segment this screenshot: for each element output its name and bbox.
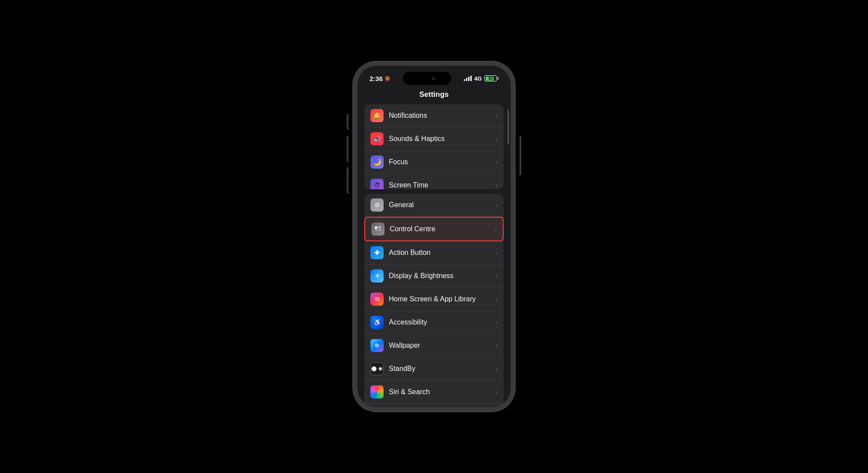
mute-button[interactable] — [347, 114, 349, 130]
controlcentre-icon — [371, 222, 384, 236]
settings-item-general[interactable]: ⚙ General › — [364, 194, 504, 217]
wallpaper-icon: ❄ — [370, 339, 384, 352]
screentime-chevron: › — [495, 182, 498, 189]
focus-label: Focus — [389, 158, 495, 166]
notifications-label: Notifications — [389, 112, 495, 120]
dynamic-island-dot — [432, 77, 435, 80]
battery-body: 82 — [484, 75, 497, 81]
controlcentre-chevron: › — [494, 226, 497, 233]
settings-item-accessibility[interactable]: ♿ Accessibility › — [364, 311, 504, 334]
settings-group-1: 🔔 Notifications › 🔊 Sounds & Haptics › — [364, 104, 504, 189]
sounds-chevron: › — [495, 135, 498, 142]
actionbutton-label: Action Button — [389, 249, 495, 257]
standby-label: StandBy — [389, 365, 495, 373]
controlcentre-label: Control Centre — [390, 225, 494, 233]
sounds-icon: 🔊 — [370, 132, 384, 145]
display-label: Display & Brightness — [389, 272, 495, 280]
siri-icon — [370, 385, 384, 399]
phone-screen: 2:36 🔕 4G — [357, 66, 511, 407]
general-label: General — [389, 201, 495, 209]
time-display: 2:36 — [370, 75, 383, 82]
network-type: 4G — [474, 75, 482, 82]
svg-rect-2 — [378, 229, 381, 229]
settings-item-wallpaper[interactable]: ❄ Wallpaper › — [364, 334, 504, 357]
power-button[interactable] — [519, 136, 521, 175]
page-title: Settings — [419, 90, 448, 99]
control-centre-wrapper: Control Centre › — [364, 217, 504, 241]
notifications-chevron: › — [495, 112, 498, 119]
signal-bars — [464, 76, 472, 81]
settings-item-homescreen[interactable]: ⊞ Home Screen & App Library › — [364, 288, 504, 311]
phone-wrapper: 2:36 🔕 4G — [353, 61, 515, 412]
accessibility-label: Accessibility — [389, 318, 495, 326]
svg-rect-3 — [375, 230, 381, 231]
screentime-icon: ⏱ — [370, 179, 384, 189]
settings-group-2: ⚙ General › — [364, 194, 504, 407]
homescreen-label: Home Screen & App Library — [389, 295, 495, 303]
actionbutton-chevron: › — [495, 249, 498, 256]
dynamic-island — [403, 72, 451, 85]
phone-frame: 2:36 🔕 4G — [353, 61, 515, 412]
display-icon: ☀ — [370, 269, 384, 282]
wallpaper-chevron: › — [495, 342, 498, 349]
settings-item-actionbutton[interactable]: ✚ Action Button › — [364, 241, 504, 265]
status-right: 4G 82 — [464, 75, 498, 82]
focus-icon: 🌙 — [370, 155, 384, 169]
volume-up-button[interactable] — [347, 136, 349, 162]
battery: 82 — [484, 75, 498, 81]
battery-percent: 82 — [488, 76, 493, 81]
signal-bar-2 — [466, 78, 467, 81]
page-header: Settings — [357, 87, 511, 104]
signal-bar-3 — [468, 77, 470, 81]
siri-label: Siri & Search — [389, 388, 495, 396]
settings-item-notifications[interactable]: 🔔 Notifications › — [364, 104, 504, 127]
settings-item-display[interactable]: ☀ Display & Brightness › — [364, 265, 504, 288]
settings-item-focus[interactable]: 🌙 Focus › — [364, 151, 504, 174]
standby-chevron: › — [495, 365, 498, 372]
volume-down-button[interactable] — [347, 167, 349, 194]
display-chevron: › — [495, 272, 498, 279]
settings-scroll-area[interactable]: 🔔 Notifications › 🔊 Sounds & Haptics › — [357, 104, 511, 407]
settings-item-standby[interactable]: ⬤ ◉ StandBy › — [364, 357, 504, 381]
accessibility-chevron: › — [495, 319, 498, 326]
status-time: 2:36 🔕 — [370, 75, 391, 82]
wallpaper-label: Wallpaper — [389, 342, 495, 349]
svg-rect-0 — [375, 226, 377, 229]
sounds-label: Sounds & Haptics — [389, 135, 495, 143]
standby-icon: ⬤ ◉ — [370, 362, 384, 375]
mute-icon: 🔕 — [384, 76, 391, 81]
signal-bar-1 — [464, 79, 465, 81]
controlcentre-svg — [374, 225, 382, 233]
settings-item-screentime[interactable]: ⏱ Screen Time › — [364, 174, 504, 189]
homescreen-icon: ⊞ — [370, 293, 384, 306]
homescreen-chevron: › — [495, 296, 498, 303]
status-bar: 2:36 🔕 4G — [357, 66, 511, 87]
settings-item-controlcentre[interactable]: Control Centre › — [364, 217, 504, 241]
siri-chevron: › — [495, 388, 498, 395]
screentime-label: Screen Time — [389, 181, 495, 189]
accessibility-icon: ♿ — [370, 316, 384, 329]
actionbutton-icon: ✚ — [370, 246, 384, 259]
scrollbar — [508, 109, 509, 145]
general-chevron: › — [495, 201, 498, 208]
general-icon: ⚙ — [370, 198, 384, 212]
focus-chevron: › — [495, 159, 498, 166]
signal-bar-4 — [470, 76, 472, 81]
settings-item-faceid[interactable]: ⬡ Face ID & Passcode › — [364, 404, 504, 407]
settings-item-sounds[interactable]: 🔊 Sounds & Haptics › — [364, 127, 504, 151]
battery-tip — [498, 77, 498, 80]
settings-item-siri[interactable]: Siri & Search › — [364, 381, 504, 404]
notifications-icon: 🔔 — [370, 109, 384, 122]
svg-rect-1 — [378, 226, 381, 228]
